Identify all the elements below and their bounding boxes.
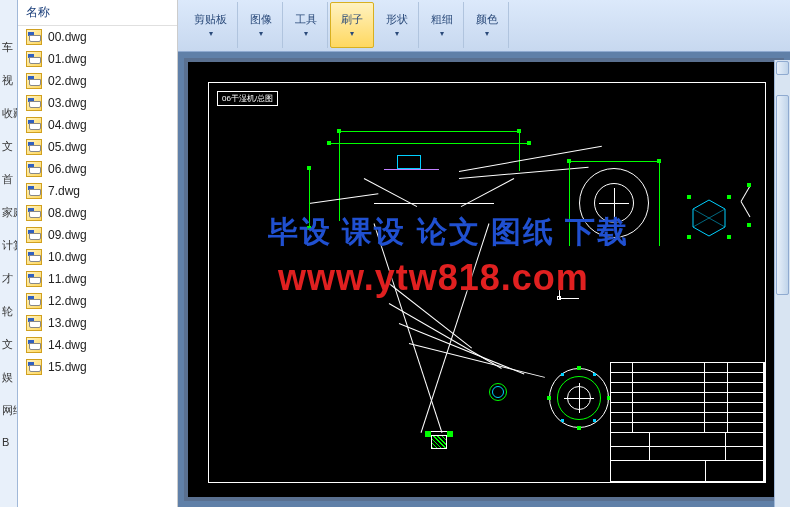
dim-tick: [687, 195, 691, 199]
dim-tick: [567, 159, 571, 163]
file-item[interactable]: 06.dwg: [18, 158, 177, 180]
bolt-hole: [561, 419, 564, 422]
file-item[interactable]: 11.dwg: [18, 268, 177, 290]
dwg-file-icon: [26, 117, 42, 133]
category-item[interactable]: 轮: [0, 304, 17, 319]
file-item[interactable]: 12.dwg: [18, 290, 177, 312]
category-item[interactable]: 网络: [0, 403, 17, 418]
file-list-panel: 名称 00.dwg01.dwg02.dwg03.dwg04.dwg05.dwg0…: [18, 0, 178, 507]
clipboard-group[interactable]: 剪贴板▾: [184, 2, 238, 48]
file-item[interactable]: 15.dwg: [18, 356, 177, 378]
category-item[interactable]: 首: [0, 172, 17, 187]
hexagon-view: [689, 198, 729, 238]
category-item[interactable]: 才: [0, 271, 17, 286]
chevron-down-icon: ▾: [350, 29, 354, 38]
dim-line: [569, 161, 659, 162]
thickness-group[interactable]: 粗细▾: [421, 2, 464, 48]
category-item[interactable]: 娱: [0, 370, 17, 385]
bolt-hole: [593, 373, 596, 376]
body-line: [374, 203, 494, 204]
chevron-down-icon: ▾: [395, 29, 399, 38]
category-item[interactable]: 车: [0, 40, 17, 55]
file-name-label: 03.dwg: [48, 96, 87, 110]
colors-group[interactable]: 颜色▾: [466, 2, 509, 48]
file-item[interactable]: 00.dwg: [18, 26, 177, 48]
file-item[interactable]: 10.dwg: [18, 246, 177, 268]
file-item[interactable]: 08.dwg: [18, 202, 177, 224]
file-name-label: 14.dwg: [48, 338, 87, 352]
dim-tick: [687, 235, 691, 239]
dim-tick: [547, 396, 551, 400]
category-item[interactable]: 文: [0, 139, 17, 154]
chevron-down-icon: ▾: [485, 29, 489, 38]
file-list-header[interactable]: 名称: [18, 0, 177, 26]
left-category-strip: 车视收藏文首家庭计算才轮文娱网络B: [0, 0, 18, 507]
ribbon-group-label: 图像: [250, 12, 272, 27]
dim-tick: [447, 431, 453, 437]
dim-tick: [747, 223, 751, 227]
leader-line: [409, 343, 545, 378]
dwg-file-icon: [26, 271, 42, 287]
chevron-down-icon: ▾: [440, 29, 444, 38]
small-circle-inner: [492, 386, 504, 398]
file-name-label: 13.dwg: [48, 316, 87, 330]
category-item[interactable]: 文: [0, 337, 17, 352]
dim-tick: [527, 141, 531, 145]
file-item[interactable]: 13.dwg: [18, 312, 177, 334]
category-item[interactable]: 收藏: [0, 106, 17, 121]
category-item[interactable]: 家庭: [0, 205, 17, 220]
file-item[interactable]: 03.dwg: [18, 92, 177, 114]
chevron-down-icon: ▾: [259, 29, 263, 38]
main-area: 剪贴板▾图像▾工具▾刷子▾形状▾粗细▾颜色▾ 06干湿机/总图: [178, 0, 790, 507]
brush-group[interactable]: 刷子▾: [330, 2, 374, 48]
vertical-scrollbar[interactable]: [774, 60, 790, 507]
small-part-line: [741, 186, 751, 202]
ribbon-group-label: 颜色: [476, 12, 498, 27]
watermark-text-1: 毕设 课设 论文 图纸 下载: [268, 212, 629, 253]
category-item[interactable]: 计算: [0, 238, 17, 253]
scrollbar-thumb[interactable]: [776, 95, 789, 295]
drawing-canvas[interactable]: 06干湿机/总图: [184, 58, 784, 501]
category-item[interactable]: B: [0, 436, 17, 448]
dwg-file-icon: [26, 315, 42, 331]
dwg-file-icon: [26, 73, 42, 89]
file-name-label: 12.dwg: [48, 294, 87, 308]
image-group[interactable]: 图像▾: [240, 2, 283, 48]
body-line: [309, 193, 378, 204]
dim-tick: [747, 183, 751, 187]
file-item[interactable]: 7.dwg: [18, 180, 177, 202]
file-item[interactable]: 04.dwg: [18, 114, 177, 136]
dim-line: [659, 161, 660, 246]
file-item[interactable]: 02.dwg: [18, 70, 177, 92]
outlet-hatch: [431, 435, 447, 449]
ribbon-toolbar: 剪贴板▾图像▾工具▾刷子▾形状▾粗细▾颜色▾: [178, 0, 790, 52]
dwg-file-icon: [26, 95, 42, 111]
dim-line: [339, 131, 340, 221]
dwg-file-icon: [26, 139, 42, 155]
dwg-file-icon: [26, 161, 42, 177]
category-item[interactable]: 视: [0, 73, 17, 88]
file-list: 00.dwg01.dwg02.dwg03.dwg04.dwg05.dwg06.d…: [18, 26, 177, 507]
file-name-label: 04.dwg: [48, 118, 87, 132]
dwg-file-icon: [26, 183, 42, 199]
dwg-file-icon: [26, 205, 42, 221]
dim-tick: [577, 426, 581, 430]
bolt-hole: [561, 373, 564, 376]
shapes-group[interactable]: 形状▾: [376, 2, 419, 48]
ribbon-group-label: 工具: [295, 12, 317, 27]
file-item[interactable]: 09.dwg: [18, 224, 177, 246]
file-item[interactable]: 01.dwg: [18, 48, 177, 70]
dim-tick: [307, 166, 311, 170]
file-item[interactable]: 05.dwg: [18, 136, 177, 158]
chevron-down-icon: ▾: [304, 29, 308, 38]
file-item[interactable]: 14.dwg: [18, 334, 177, 356]
scrollbar-arrow-up[interactable]: [776, 61, 789, 75]
dwg-file-icon: [26, 359, 42, 375]
file-name-label: 11.dwg: [48, 272, 87, 286]
dim-line: [339, 131, 519, 132]
watermark-text-2: www.ytw818.com: [278, 257, 589, 299]
file-name-label: 7.dwg: [48, 184, 80, 198]
parts-list-table: [610, 362, 765, 482]
tools-group[interactable]: 工具▾: [285, 2, 328, 48]
small-part-line: [741, 201, 751, 217]
